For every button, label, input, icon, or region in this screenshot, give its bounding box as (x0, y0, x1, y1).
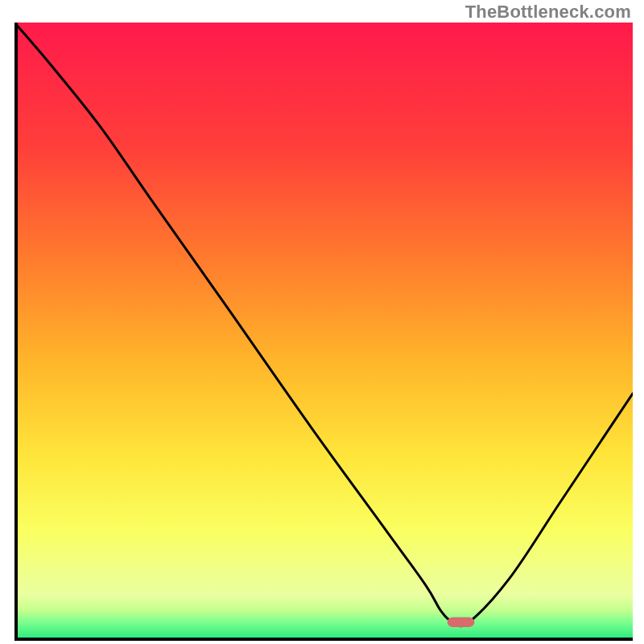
watermark-text: TheBottleneck.com (465, 2, 631, 23)
y-axis (14, 23, 18, 641)
gradient-background (14, 23, 633, 641)
x-axis (14, 638, 633, 641)
chart-svg (14, 23, 633, 641)
optimal-marker (448, 617, 475, 627)
bottleneck-chart (14, 23, 633, 641)
